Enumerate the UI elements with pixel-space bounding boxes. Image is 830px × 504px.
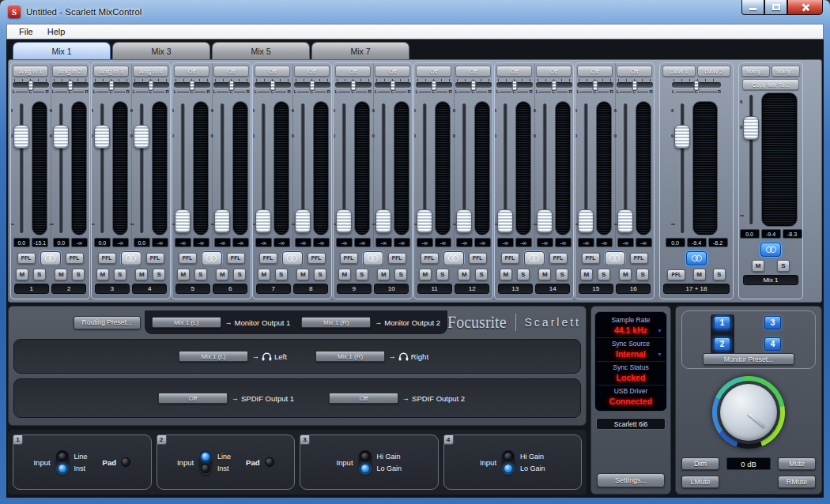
pan-handle[interactable]	[551, 81, 556, 91]
fader-track[interactable]: 6 0 ∞	[618, 101, 632, 235]
pan-slider[interactable]: LCR	[455, 79, 492, 99]
tab-mix-1[interactable]: Mix 1	[13, 42, 111, 59]
channel-source-button[interactable]: Off	[335, 66, 371, 77]
fader-track[interactable]: 6 0 ∞	[579, 101, 593, 235]
menu-help[interactable]: Help	[40, 24, 73, 39]
stereo-link-button[interactable]	[686, 251, 707, 265]
monitor-volume-knob[interactable]	[712, 376, 785, 449]
pfl-button[interactable]: PFL	[549, 253, 568, 264]
pan-handle[interactable]	[511, 81, 517, 91]
knob-face[interactable]	[720, 384, 777, 441]
channel-solo-button[interactable]: S	[314, 269, 326, 280]
copy-mix-to-button[interactable]: Copy Mix To...	[742, 79, 799, 90]
fader-handle[interactable]	[13, 125, 29, 149]
fader-handle[interactable]	[336, 209, 352, 233]
channel-mute-button[interactable]: M	[458, 269, 470, 280]
fader-track[interactable]: 6 0 ∞	[498, 101, 512, 235]
routing-preset-button[interactable]: Routing Preset...	[74, 316, 141, 329]
channel-solo-button[interactable]: S	[517, 269, 530, 280]
route-source-button[interactable]: Off	[329, 393, 398, 404]
fader-handle[interactable]	[255, 209, 271, 233]
pfl-button[interactable]: PFL	[227, 253, 245, 264]
radio-lo-gain[interactable]	[360, 464, 370, 473]
pad-button[interactable]	[121, 457, 130, 467]
pan-slider[interactable]: LCR	[255, 79, 291, 99]
pan-handle[interactable]	[390, 81, 395, 91]
pan-handle[interactable]	[632, 81, 637, 91]
status-field-sample-rate[interactable]: Sample Rate 44.1 kHz▼	[597, 314, 665, 338]
pfl-button[interactable]: PFL	[146, 253, 164, 264]
fader-track[interactable]: 6 0 ∞	[296, 101, 310, 235]
pan-slider[interactable]: LCR	[93, 79, 130, 99]
speaker-button-1[interactable]: 1	[714, 316, 730, 329]
pan-handle[interactable]	[148, 81, 153, 91]
channel-mute-button[interactable]: M	[296, 269, 309, 280]
channel-solo-button[interactable]: S	[275, 269, 288, 280]
channel-mute-button[interactable]: M	[338, 269, 351, 280]
channel-source-button[interactable]: Anlg In 3	[93, 66, 129, 77]
stereo-link-button[interactable]	[605, 251, 625, 265]
pan-handle[interactable]	[189, 81, 194, 91]
channel-source-button[interactable]: Anlg In 2	[52, 66, 88, 77]
stereo-link-button[interactable]	[121, 251, 141, 265]
fader-handle[interactable]	[537, 209, 553, 233]
channel-solo-button[interactable]: S	[636, 269, 649, 280]
right-mute-button[interactable]: RMute	[778, 476, 816, 488]
pan-slider[interactable]: LCR	[617, 79, 653, 99]
channel-source-button[interactable]: Off	[174, 66, 209, 77]
pan-handle[interactable]	[350, 81, 356, 91]
route-source-button[interactable]: Off	[158, 393, 228, 404]
channel-solo-button[interactable]: S	[153, 269, 165, 280]
dropdown-arrow-icon[interactable]: ▼	[657, 328, 662, 333]
channel-mute-button[interactable]: M	[135, 269, 148, 280]
channel-source-button[interactable]: Off	[375, 66, 410, 77]
pan-handle[interactable]	[108, 81, 114, 91]
many-sources-button[interactable]: Many...	[741, 66, 770, 77]
radio-hi-gain[interactable]	[360, 452, 370, 461]
channel-solo-button[interactable]: S	[598, 269, 610, 280]
pan-slider[interactable]: LCR	[672, 79, 721, 99]
channel-mute-button[interactable]: M	[538, 269, 551, 280]
channel-source-button[interactable]: Off	[496, 66, 532, 77]
maximize-button[interactable]	[764, 0, 787, 15]
channel-source-button[interactable]: Off	[294, 66, 330, 77]
fader-track[interactable]: 6 0 ∞	[54, 101, 68, 235]
menu-file[interactable]: File	[12, 24, 40, 39]
fader-track[interactable]: 6 0 ∞	[744, 92, 758, 227]
left-mute-button[interactable]: LMute	[681, 476, 719, 488]
fader-handle[interactable]	[743, 116, 759, 140]
pfl-button[interactable]: PFL	[582, 253, 600, 264]
pan-handle[interactable]	[470, 81, 476, 91]
fader-track[interactable]: 6 0 ∞	[337, 101, 351, 235]
route-source-button[interactable]: Mix 1 (L)	[152, 317, 221, 328]
channel-solo-button[interactable]: S	[556, 269, 568, 280]
pan-slider[interactable]: LCR	[536, 79, 572, 99]
radio-line[interactable]	[58, 452, 67, 461]
pan-slider[interactable]: LCR	[174, 79, 210, 99]
pfl-button[interactable]: PFL	[421, 253, 439, 264]
pan-handle[interactable]	[28, 81, 33, 91]
pan-handle[interactable]	[694, 81, 700, 91]
channel-solo-button[interactable]: S	[713, 269, 726, 280]
pan-slider[interactable]: LCR	[577, 79, 613, 99]
fader-handle[interactable]	[295, 209, 311, 233]
status-field-sync-source[interactable]: Sync Source Internal▼	[597, 338, 665, 362]
channel-solo-button[interactable]: S	[233, 269, 246, 280]
channel-mute-button[interactable]: M	[419, 269, 432, 280]
tab-mix-7[interactable]: Mix 7	[311, 42, 409, 59]
fader-handle[interactable]	[175, 209, 191, 233]
monitor-preset-button[interactable]: Monitor Preset...	[703, 353, 794, 365]
pad-button[interactable]	[265, 457, 274, 467]
pfl-button[interactable]: PFL	[17, 253, 36, 264]
stereo-link-button[interactable]	[760, 243, 781, 257]
pan-slider[interactable]: LCR	[213, 79, 250, 99]
channel-solo-button[interactable]: S	[114, 269, 126, 280]
pan-slider[interactable]: LCR	[133, 79, 169, 99]
channel-mute-button[interactable]: M	[216, 269, 228, 280]
channel-source-button[interactable]: Anlg In 1	[13, 66, 48, 77]
channel-mute-button[interactable]: M	[16, 269, 28, 280]
fader-track[interactable]: 6 0 ∞	[95, 101, 109, 235]
fader-handle[interactable]	[214, 209, 230, 233]
speaker-button-2[interactable]: 2	[714, 337, 730, 351]
channel-source-button[interactable]: Off	[213, 66, 249, 77]
